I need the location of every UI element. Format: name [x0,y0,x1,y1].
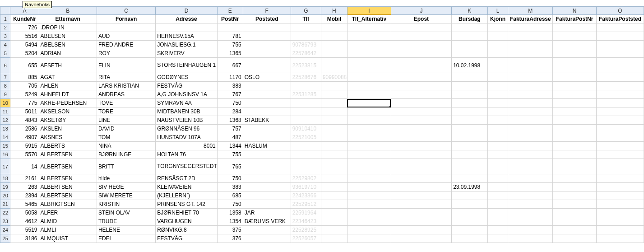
cell-16-H[interactable] [321,150,347,159]
cell-22-G[interactable]: 22591964 [291,209,321,217]
row-header-6[interactable]: 6 [0,58,10,73]
cell-10-B[interactable]: AKRE-PEDERSEN [39,99,97,107]
cell-24-L[interactable] [487,226,508,234]
cell-18-E[interactable]: 750 [217,174,243,183]
col-header-J[interactable]: J [391,7,451,15]
cell-23-B[interactable]: ALMID [39,217,97,226]
row-header-18[interactable]: 18 [0,174,10,183]
cell-20-C[interactable]: SIW MERETE [97,191,155,200]
cell-22-J[interactable] [391,209,451,217]
cell-9-H[interactable] [321,90,347,99]
cell-16-N[interactable] [553,150,597,159]
cell-21-J[interactable] [391,200,451,209]
cell-5-F[interactable] [243,49,291,58]
row-header-1[interactable]: 1 [0,15,10,23]
cell-5-G[interactable]: 22578642 [291,49,321,58]
cell-17-L[interactable] [487,159,508,174]
cell-11-L[interactable] [487,107,508,116]
cell-9-J[interactable] [391,90,451,99]
cell-19-M[interactable] [508,183,553,191]
cell-1-K[interactable]: Bursdag [452,15,487,23]
cell-20-A[interactable]: 2394 [10,191,39,200]
cell-23-F[interactable]: BÆRUMS VERK [243,217,291,226]
cell-11-F[interactable] [243,107,291,116]
cell-22-C[interactable]: STEIN OLAV [97,209,155,217]
cell-24-F[interactable] [243,226,291,234]
cell-16-F[interactable] [243,150,291,159]
cell-5-H[interactable] [321,49,347,58]
cell-7-J[interactable] [391,73,451,82]
cell-21-O[interactable] [596,200,644,209]
cell-25-I[interactable] [347,234,391,243]
cell-20-D[interactable]: (KJELLERN`) [156,191,217,200]
cell-6-C[interactable]: ELIN [97,58,155,73]
cell-6-F[interactable] [243,58,291,73]
cell-12-A[interactable]: 4843 [10,116,39,125]
cell-4-A[interactable]: 5494 [10,41,39,49]
cell-23-L[interactable] [487,217,508,226]
cell-19-D[interactable]: KLEIVAVEIEN [156,183,217,191]
cell-8-I[interactable] [347,82,391,90]
cell-17-A[interactable]: 14 [10,159,39,174]
col-header-H[interactable]: H [321,7,347,15]
cell-25-F[interactable] [243,234,291,243]
cell-15-L[interactable] [487,142,508,150]
cell-17-O[interactable] [596,159,644,174]
cell-3-B[interactable]: ABELSEN [39,32,97,41]
cell-10-H[interactable] [321,99,347,107]
cell-11-G[interactable] [291,107,321,116]
cell-21-L[interactable] [487,200,508,209]
cell-9-A[interactable]: 5249 [10,90,39,99]
cell-5-K[interactable] [452,49,487,58]
cell-4-D[interactable]: JONASLIESG.1 [156,41,217,49]
cell-16-M[interactable] [508,150,553,159]
cell-2-N[interactable] [553,23,597,32]
cell-9-K[interactable] [452,90,487,99]
spreadsheet-grid[interactable]: ABCDEFGHIJKLMNO1KundeNrEtternavnFornavnA… [0,6,644,252]
cell-19-F[interactable] [243,183,291,191]
cell-15-J[interactable] [391,142,451,150]
cell-18-F[interactable] [243,174,291,183]
cell-13-H[interactable] [321,125,347,133]
cell-7-L[interactable] [487,73,508,82]
cell-7-A[interactable]: 885 [10,73,39,82]
cell-11-M[interactable] [508,107,553,116]
cell-21-M[interactable] [508,200,553,209]
cell-13-E[interactable]: 757 [217,125,243,133]
cell-11-N[interactable] [553,107,597,116]
cell-23-A[interactable]: 4612 [10,217,39,226]
cell-10-F[interactable] [243,99,291,107]
cell-12-J[interactable] [391,116,451,125]
cell-1-J[interactable]: Epost [391,15,451,23]
cell-16-C[interactable]: BJØRN INGE [97,150,155,159]
cell-8-D[interactable]: FESTVÅG [156,82,217,90]
cell-2-C[interactable] [97,23,155,32]
cell-19-G[interactable]: 93619710 [291,183,321,191]
cell-11-C[interactable]: TORE [97,107,155,116]
cell-7-F[interactable]: OSLO [243,73,291,82]
cell-1-G[interactable]: Tlf [291,15,321,23]
cell-24-A[interactable]: 5519 [10,226,39,234]
cell-8-A[interactable]: 705 [10,82,39,90]
cell-1-C[interactable]: Fornavn [97,15,155,23]
cell-18-L[interactable] [487,174,508,183]
cell-16-B[interactable]: ALBERTSEN [39,150,97,159]
cell-10-E[interactable]: 750 [217,99,243,107]
select-all-corner[interactable] [0,7,10,15]
cell-5-O[interactable] [596,49,644,58]
cell-1-O[interactable]: FakturaPoststed [596,15,644,23]
cell-6-J[interactable] [391,58,451,73]
cell-20-H[interactable] [321,191,347,200]
cell-7-D[interactable]: GODØYNES [156,73,217,82]
cell-11-I[interactable] [347,107,391,116]
cell-7-K[interactable] [452,73,487,82]
cell-18-A[interactable]: 2161 [10,174,39,183]
cell-4-I[interactable] [347,41,391,49]
cell-25-H[interactable] [321,234,347,243]
row-header-5[interactable]: 5 [0,49,10,58]
cell-2-D[interactable] [156,23,217,32]
cell-25-D[interactable]: FESTVÅG [156,234,217,243]
cell-2-B[interactable]: .DROP IN [39,23,97,32]
cell-19-O[interactable] [596,183,644,191]
cell-5-I[interactable] [347,49,391,58]
